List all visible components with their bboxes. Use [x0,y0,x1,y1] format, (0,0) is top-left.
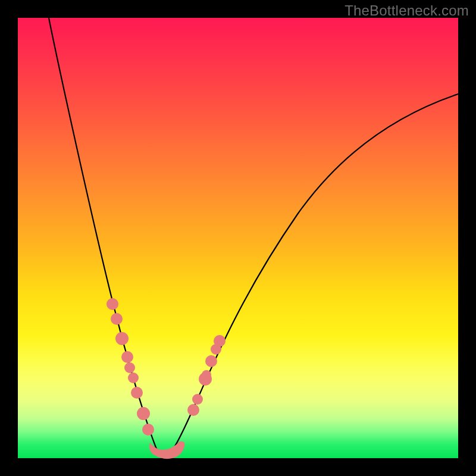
watermark-text: TheBottleneck.com [345,2,469,19]
marker-dot [142,424,154,436]
marker-dot [107,298,118,310]
marker-dot [202,370,211,380]
marker-dot [205,355,217,367]
marker-dot [121,351,133,363]
chart-frame: TheBottleneck.com [0,0,476,476]
marker-dot [214,335,226,347]
marker-dot [131,387,143,399]
marker-dot [111,313,123,325]
right-curve [165,94,458,457]
left-curve [49,18,165,457]
marker-dot [124,362,135,373]
marker-dot [137,407,150,420]
curves-svg [18,18,458,458]
marker-dot [192,394,203,405]
plot-area [18,18,458,458]
marker-dot [115,332,129,345]
marker-dot [128,372,139,383]
marker-dot [187,404,199,416]
